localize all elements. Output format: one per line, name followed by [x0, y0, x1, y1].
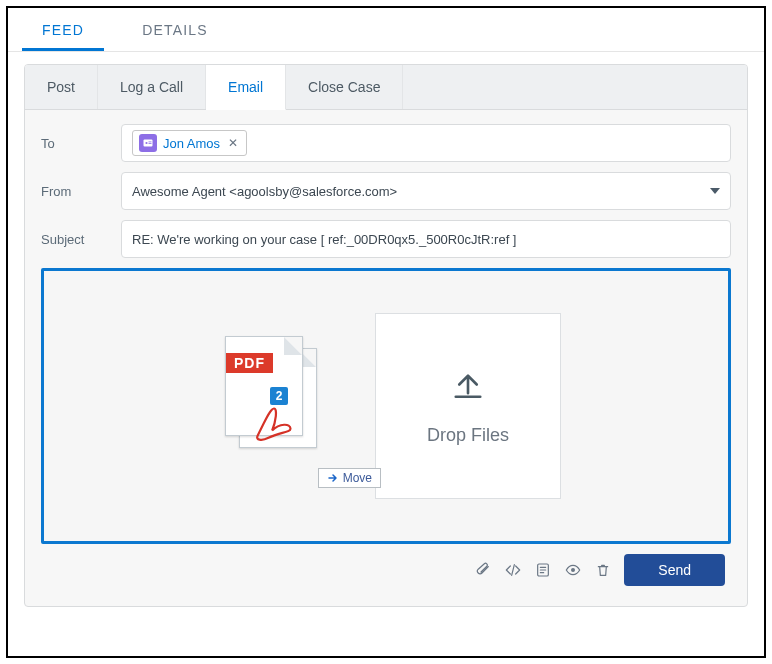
from-select[interactable]: Awesome Agent <agoolsby@salesforce.com> — [121, 172, 731, 210]
label-subject: Subject — [41, 232, 121, 247]
footer-icons — [474, 561, 612, 579]
row-to: To Jon Amos ✕ — [41, 124, 731, 162]
svg-rect-3 — [149, 143, 152, 144]
from-value: Awesome Agent <agoolsby@salesforce.com> — [132, 184, 397, 199]
publisher-panel: Post Log a Call Email Close Case To Jon … — [24, 64, 748, 607]
publisher-tab-close-case[interactable]: Close Case — [286, 65, 403, 109]
subject-value: RE: We're working on your case [ ref:_00… — [132, 232, 516, 247]
svg-point-1 — [145, 142, 147, 144]
send-button[interactable]: Send — [624, 554, 725, 586]
upload-icon — [447, 367, 489, 413]
compose-area: To Jon Amos ✕ From Awesome Agent <agools… — [25, 110, 747, 606]
file-page-front: PDF 2 — [225, 336, 303, 436]
preview-icon[interactable] — [564, 561, 582, 579]
code-icon[interactable] — [504, 561, 522, 579]
chevron-down-icon — [710, 188, 720, 194]
template-icon[interactable] — [534, 561, 552, 579]
recipient-pill[interactable]: Jon Amos ✕ — [132, 130, 247, 156]
publisher-tabs: Post Log a Call Email Close Case — [25, 65, 747, 110]
svg-rect-0 — [144, 140, 153, 147]
dragged-files[interactable]: PDF 2 Move — [211, 326, 341, 486]
subject-input[interactable]: RE: We're working on your case [ ref:_00… — [121, 220, 731, 258]
cursor-move-chip: Move — [318, 468, 381, 488]
dropzone[interactable]: PDF 2 Move Drop Files — [41, 268, 731, 544]
cursor-move-label: Move — [343, 471, 372, 485]
publisher-tab-email[interactable]: Email — [206, 65, 286, 110]
window-frame: FEED DETAILS Post Log a Call Email Close… — [6, 6, 766, 658]
contact-icon — [139, 134, 157, 152]
compose-footer: Send — [41, 544, 731, 592]
acrobat-icon — [252, 403, 296, 447]
recipient-name: Jon Amos — [163, 136, 220, 151]
to-field[interactable]: Jon Amos ✕ — [121, 124, 731, 162]
publisher-tab-log-call[interactable]: Log a Call — [98, 65, 206, 109]
drop-label: Drop Files — [427, 425, 509, 446]
row-subject: Subject RE: We're working on your case [… — [41, 220, 731, 258]
drop-target[interactable]: Drop Files — [375, 313, 561, 499]
remove-recipient-icon[interactable]: ✕ — [226, 136, 240, 150]
pdf-badge: PDF — [226, 353, 273, 373]
label-from: From — [41, 184, 121, 199]
row-from: From Awesome Agent <agoolsby@salesforce.… — [41, 172, 731, 210]
publisher-tab-post[interactable]: Post — [25, 65, 98, 109]
svg-rect-2 — [149, 142, 152, 143]
tab-details[interactable]: DETAILS — [122, 8, 228, 51]
svg-point-5 — [571, 568, 575, 572]
tab-feed[interactable]: FEED — [22, 8, 104, 51]
label-to: To — [41, 136, 121, 151]
attachment-icon[interactable] — [474, 561, 492, 579]
main-tabs: FEED DETAILS — [8, 8, 764, 52]
delete-icon[interactable] — [594, 561, 612, 579]
